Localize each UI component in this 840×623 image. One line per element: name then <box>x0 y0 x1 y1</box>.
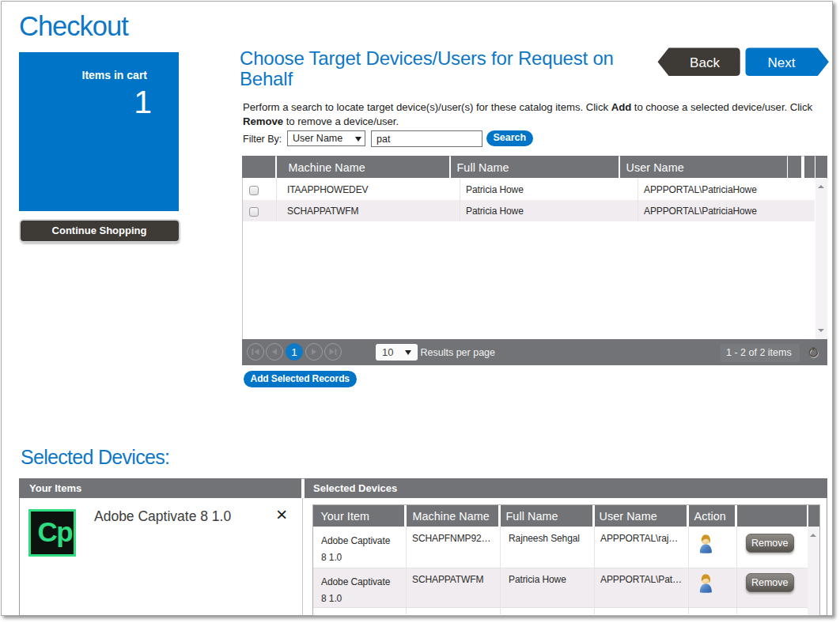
svg-text:Back: Back <box>690 55 720 70</box>
svg-text:Cp: Cp <box>38 516 73 547</box>
svg-text:Next: Next <box>768 55 796 70</box>
